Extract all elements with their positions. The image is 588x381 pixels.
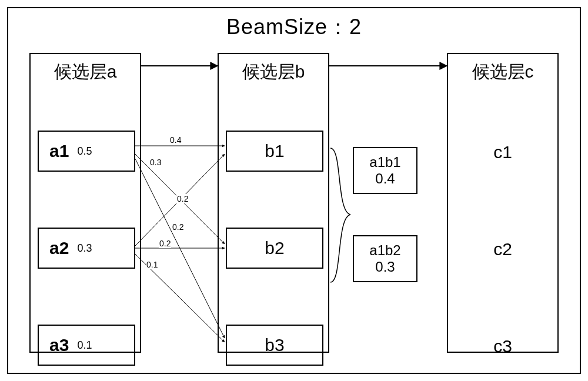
node-b3-label: b3 (265, 335, 284, 355)
node-a1: a1 0.5 (38, 131, 135, 172)
node-c2-label: c2 (448, 239, 557, 259)
node-a3-label: a3 (49, 335, 69, 355)
edge-a1-b3-weight: 0.2 (172, 222, 184, 232)
node-a3: a3 0.1 (38, 325, 135, 366)
layer-a: 候选层a a1 0.5 a2 0.3 a3 0.1 (29, 53, 141, 353)
edge-a2-b3-weight: 0.1 (146, 260, 158, 269)
layer-b: 候选层b b1 b2 b3 (218, 53, 329, 353)
path-result-1: a1b1 0.4 (353, 147, 417, 194)
node-a1-label: a1 (49, 141, 69, 161)
edge-a2-b2-weight: 0.2 (159, 239, 171, 248)
node-b2-label: b2 (265, 238, 284, 258)
node-a2-score: 0.3 (77, 242, 92, 255)
node-b3: b3 (226, 325, 323, 366)
diagram-title: BeamSize：2 (0, 13, 588, 42)
layer-c: 候选层c c1 c2 c3 (447, 53, 559, 353)
path-2-label: a1b2 (369, 242, 400, 259)
node-a2: a2 0.3 (38, 228, 135, 269)
edge-a1-b2-weight: 0.3 (149, 158, 162, 167)
path-2-score: 0.3 (375, 259, 395, 275)
node-c3-label: c3 (448, 336, 557, 356)
node-b1: b1 (226, 131, 323, 172)
layer-b-title: 候选层b (219, 60, 328, 84)
node-b2: b2 (226, 228, 323, 269)
edge-a2-b1-weight: 0.2 (176, 194, 189, 203)
edge-a1-b1-weight: 0.4 (169, 135, 182, 145)
path-result-2: a1b2 0.3 (353, 235, 417, 282)
path-1-label: a1b1 (369, 154, 400, 171)
path-1-score: 0.4 (375, 171, 395, 187)
node-a2-label: a2 (49, 238, 69, 258)
node-a1-score: 0.5 (77, 145, 92, 158)
layer-c-title: 候选层c (448, 60, 557, 84)
node-a3-score: 0.1 (77, 339, 92, 352)
node-b1-label: b1 (265, 141, 284, 161)
layer-a-title: 候选层a (31, 60, 140, 84)
node-c1-label: c1 (448, 142, 557, 162)
